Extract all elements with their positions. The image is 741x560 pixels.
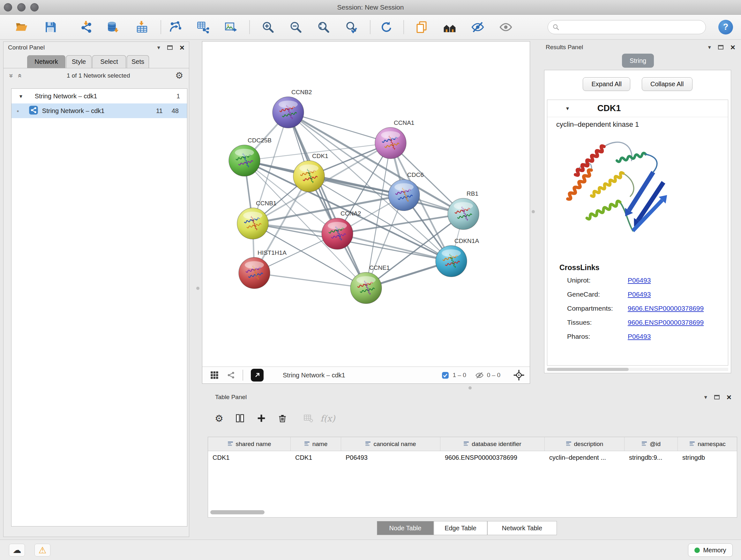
results-scrollbar[interactable] [547, 368, 728, 371]
crosslink-value-link[interactable]: P06493 [628, 333, 651, 340]
warnings-button[interactable]: ⚠ [35, 544, 51, 557]
panel-close-icon[interactable]: × [727, 393, 731, 401]
show-all-eye-icon[interactable] [498, 19, 514, 35]
network-collection-row[interactable]: ▼ String Network – cdk1 1 [11, 89, 187, 104]
network-row-selected[interactable]: ● String Network – cdk1 11 48 [11, 104, 187, 118]
tab-network-table[interactable]: Network Table [487, 521, 557, 535]
crosslink-label: Tissues: [567, 319, 628, 326]
expand-all-networks-icon[interactable]: » [16, 73, 23, 77]
protein-section-header[interactable]: ▼ CDK1 [547, 100, 728, 117]
panel-float-icon[interactable] [718, 45, 724, 50]
network-node-CCNA1[interactable]: CCNA1 [375, 119, 414, 159]
protein-result-section: ▼ CDK1 cyclin–dependent kinase 1 CrossLi… [547, 100, 728, 366]
network-share-icon[interactable] [226, 371, 235, 380]
column-header-database-identifier[interactable]: database identifier [441, 437, 545, 451]
hide-selected-eye-slash-icon[interactable] [470, 19, 485, 35]
selected-checkbox-icon[interactable] [441, 371, 449, 379]
export-image-icon[interactable] [223, 19, 239, 35]
table-cell[interactable]: stringdb:9... [624, 451, 678, 464]
tab-select[interactable]: Select [92, 55, 126, 68]
memory-button[interactable]: Memory [688, 543, 733, 557]
zoom-in-icon[interactable] [260, 19, 275, 35]
table-cell[interactable]: 9606.ENSP00000378699 [441, 451, 545, 464]
new-network-from-selection-icon[interactable] [168, 19, 183, 35]
collapse-all-networks-icon[interactable]: » [8, 73, 15, 77]
panel-collapse-icon[interactable]: ▾ [708, 44, 711, 51]
results-tab-string[interactable]: String [622, 54, 654, 68]
network-options-gear-icon[interactable]: ⚙ [175, 70, 183, 81]
tab-edge-table[interactable]: Edge Table [434, 521, 487, 535]
table-cell[interactable]: cyclin–dependent ... [545, 451, 624, 464]
table-cell[interactable]: stringdb [678, 451, 737, 464]
tab-network[interactable]: Network [27, 55, 65, 68]
delete-trash-icon[interactable] [278, 414, 287, 423]
horizontal-splitter-handle[interactable] [468, 386, 472, 389]
tree-expand-icon[interactable]: ▼ [18, 94, 23, 99]
column-header-shared-name[interactable]: shared name [208, 437, 291, 451]
network-collection-count: 1 [177, 92, 180, 100]
tab-node-table[interactable]: Node Table [377, 521, 434, 535]
grid-view-icon[interactable] [210, 371, 219, 380]
help-button[interactable]: ? [718, 20, 733, 35]
expand-all-button[interactable]: Expand All [583, 77, 630, 91]
hidden-eye-slash-icon[interactable] [475, 371, 484, 380]
show-columns-icon[interactable] [235, 413, 245, 423]
table-cell[interactable]: CDK1 [291, 451, 341, 464]
window-minimize-button[interactable] [17, 3, 25, 11]
table-row[interactable]: CDK1CDK1P064939606.ENSP00000378699cyclin… [208, 451, 737, 464]
network-edge[interactable] [288, 112, 391, 143]
window-close-button[interactable] [4, 3, 12, 11]
network-canvas[interactable]: CCNB2CCNA1CDC25BCDK1CDC6RB1CCNB1CCNA2CDK… [202, 42, 530, 367]
crosslink-value-link[interactable]: 9606.ENSP00000378699 [628, 319, 704, 326]
network-table-icon[interactable] [195, 19, 211, 35]
panel-collapse-icon[interactable]: ▾ [157, 44, 160, 51]
panel-float-icon[interactable] [167, 45, 173, 50]
panel-collapse-icon[interactable]: ▾ [704, 394, 707, 401]
zoom-out-icon[interactable] [288, 19, 303, 35]
import-network-from-file-icon[interactable] [79, 19, 94, 35]
zoom-selected-icon[interactable] [344, 19, 359, 35]
crosslink-value-link[interactable]: P06493 [628, 291, 651, 298]
import-table-from-file-icon[interactable] [134, 19, 150, 35]
panel-close-icon[interactable]: × [731, 43, 735, 51]
search-input[interactable] [562, 23, 697, 30]
network-node-CDK1[interactable]: CDK1 [293, 152, 328, 192]
panel-close-icon[interactable]: × [180, 44, 185, 52]
network-node-CDC6[interactable]: CDC6 [388, 172, 424, 211]
table-cell[interactable]: CDK1 [208, 451, 291, 464]
network-node-HIST1H1A[interactable]: HIST1H1A [239, 249, 286, 289]
open-in-new-window-button[interactable] [251, 369, 264, 381]
column-header--id[interactable]: @id [624, 437, 678, 451]
column-header-name[interactable]: name [291, 437, 341, 451]
table-options-gear-icon[interactable]: ⚙ [215, 413, 223, 424]
network-node-RB1[interactable]: RB1 [448, 190, 479, 230]
import-network-from-database-icon[interactable] [105, 19, 121, 35]
copy-documents-icon[interactable] [414, 19, 429, 35]
collapse-all-button[interactable]: Collapse All [642, 77, 692, 91]
panel-float-icon[interactable] [714, 395, 720, 399]
cloud-button[interactable]: ☁ [9, 544, 25, 557]
vertical-splitter-handle[interactable] [532, 210, 535, 213]
overview-houses-icon[interactable] [442, 19, 457, 35]
network-edge[interactable] [254, 273, 366, 288]
section-expand-icon[interactable]: ▼ [565, 106, 570, 111]
birds-eye-crosshair-icon[interactable] [513, 369, 525, 381]
column-header-canonical-name[interactable]: canonical name [341, 437, 441, 451]
tab-style[interactable]: Style [66, 55, 91, 68]
tab-sets[interactable]: Sets [127, 55, 149, 68]
window-zoom-button[interactable] [30, 3, 39, 11]
open-session-button[interactable] [14, 19, 29, 35]
table-horizontal-scrollbar-thumb[interactable] [210, 510, 265, 514]
search-box[interactable] [548, 20, 706, 34]
save-session-button[interactable] [43, 19, 58, 35]
column-header-namespac[interactable]: namespac [678, 437, 737, 451]
crosslink-value-link[interactable]: 9606.ENSP00000378699 [628, 305, 704, 312]
crosslink-value-link[interactable]: P06493 [628, 276, 651, 284]
window-titlebar: Session: New Session [0, 0, 741, 15]
zoom-fit-content-icon[interactable] [316, 19, 331, 35]
vertical-splitter-handle[interactable] [196, 287, 199, 290]
table-cell[interactable]: P06493 [341, 451, 441, 464]
refresh-icon[interactable] [379, 19, 394, 35]
column-header-description[interactable]: description [545, 437, 624, 451]
add-column-plus-icon[interactable] [257, 414, 266, 423]
